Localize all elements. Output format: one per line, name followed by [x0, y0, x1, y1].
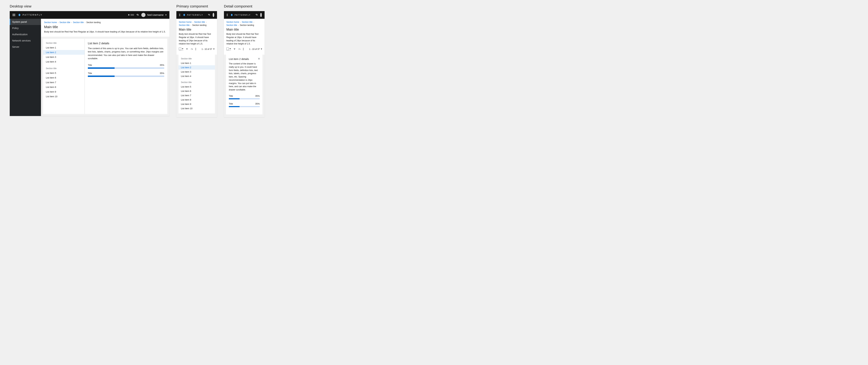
pagination[interactable]: 1 - 10 of 37: [249, 48, 262, 50]
chevron-right-icon: ›: [240, 21, 241, 23]
brand: PATTERNFLY: [18, 13, 42, 17]
kebab-menu[interactable]: [243, 48, 244, 50]
close-button[interactable]: ✕: [258, 57, 260, 60]
progress-block: Title 35%: [229, 95, 260, 99]
gear-icon: [136, 13, 139, 17]
kebab-menu[interactable]: [195, 48, 196, 50]
chevron-down-icon: [165, 14, 167, 16]
chevron-down-icon: [182, 49, 183, 49]
masthead: PATTERNFLY 000 Ned Username: [10, 11, 169, 19]
list-pane: Section title List item 1 List item 2 Li…: [43, 39, 85, 114]
chevron-right-icon: ›: [58, 22, 58, 24]
progress-label: Title: [88, 64, 92, 66]
detail-pane: List item 2 details The content of this …: [85, 39, 167, 114]
page-header: Section home› Section title› Section tit…: [224, 19, 265, 48]
detail-title: List item 2 details: [88, 42, 164, 45]
chevron-right-icon: ›: [254, 21, 254, 23]
section-heading-primary: Primary component: [176, 4, 217, 8]
breadcrumb-current: Section landing: [87, 21, 101, 24]
list-item[interactable]: List item 10: [43, 94, 85, 99]
progress-block: Title 35%: [88, 64, 164, 69]
user-menu[interactable]: Ned Username: [141, 13, 167, 17]
breadcrumb: Section home› Section title› Section tit…: [179, 21, 215, 26]
list-item[interactable]: List item 8: [43, 85, 85, 89]
avatar-icon[interactable]: [260, 13, 262, 17]
sidenav-item-policy[interactable]: Policy: [10, 25, 41, 31]
list-item[interactable]: List item 4: [179, 74, 215, 78]
list-item[interactable]: List item 5: [179, 85, 215, 89]
list-item[interactable]: List item 6: [43, 75, 85, 80]
hamburger-icon[interactable]: [12, 14, 15, 16]
sidenav-item-server[interactable]: Server: [10, 44, 41, 50]
chevron-down-icon: [213, 49, 215, 50]
settings-button[interactable]: [136, 13, 139, 17]
sidenav-item-network-services[interactable]: Network services: [10, 37, 41, 44]
hamburger-icon[interactable]: [179, 14, 180, 16]
breadcrumb-link[interactable]: Section home: [179, 21, 191, 23]
brand-logo-icon: [230, 13, 233, 17]
breadcrumb-link[interactable]: Section title: [73, 21, 84, 24]
brand-logo-icon: [183, 13, 186, 17]
list-item[interactable]: List item 2: [43, 50, 85, 55]
list-item[interactable]: List item 8: [179, 98, 215, 102]
settings-button[interactable]: [255, 13, 258, 16]
page-title: Main title: [226, 28, 262, 31]
list-item[interactable]: List item 4: [43, 59, 85, 64]
chevron-down-icon: [261, 49, 262, 50]
sidenav-item-authentication[interactable]: Authentication: [10, 31, 41, 37]
pagination[interactable]: 1 - 10 of 37: [202, 48, 215, 50]
checkbox-icon: [179, 48, 181, 50]
list-item[interactable]: List item 10: [179, 106, 215, 111]
username: Ned Username: [147, 13, 163, 16]
breadcrumb-link[interactable]: Section title: [194, 21, 205, 23]
sidenav-item-system-panel[interactable]: System panel: [10, 19, 41, 25]
breadcrumb-link[interactable]: Section title: [242, 21, 253, 23]
list-item[interactable]: List item 9: [179, 102, 215, 106]
progress-label: Title: [229, 102, 233, 105]
progress-fill: [88, 67, 115, 69]
sort-button[interactable]: [238, 48, 241, 50]
chevron-right-icon: ›: [206, 21, 207, 23]
list-item[interactable]: List item 7: [179, 93, 215, 98]
list-item[interactable]: List item 1: [179, 61, 215, 65]
chevron-right-icon: ›: [191, 24, 191, 26]
bell-icon: [128, 14, 130, 16]
list-item[interactable]: List item 3: [179, 70, 215, 74]
brand-text: PATTERNFLY: [235, 14, 251, 16]
sort-button[interactable]: [191, 48, 193, 50]
list-item[interactable]: List item 5: [43, 71, 85, 75]
list-item[interactable]: List item 3: [43, 55, 85, 59]
breadcrumb-link[interactable]: Section home: [226, 21, 239, 23]
detail-text: The content of the drawer is really up t…: [229, 62, 260, 92]
settings-button[interactable]: [208, 13, 210, 16]
page-body: Body text should be Red Hat Text Regular…: [226, 32, 262, 45]
list-item[interactable]: List item 6: [179, 89, 215, 93]
breadcrumb-link[interactable]: Section home: [44, 21, 57, 24]
list-item[interactable]: List item 7: [43, 80, 85, 85]
notifications-button[interactable]: 000: [128, 14, 134, 16]
progress-label: Title: [88, 72, 92, 74]
sidenav: System panel Policy Authentication Netwo…: [10, 19, 41, 116]
bulk-select[interactable]: [179, 48, 183, 51]
bulk-select[interactable]: [226, 48, 231, 51]
breadcrumb-link[interactable]: Section title: [179, 24, 190, 26]
progress-fill: [88, 75, 115, 77]
list-item[interactable]: List item 2: [179, 65, 215, 70]
avatar-icon[interactable]: [213, 13, 214, 17]
checkbox-icon: [226, 48, 229, 50]
breadcrumb-link[interactable]: Section title: [226, 24, 237, 26]
chevron-right-icon: ›: [71, 22, 72, 24]
progress-value: 35%: [160, 72, 164, 74]
gear-icon: [208, 13, 210, 16]
filter-button[interactable]: [186, 48, 188, 50]
brand-logo-icon: [18, 13, 21, 17]
page-body: Body text should be Red Hat Text Regular…: [179, 32, 215, 45]
list-section-title: Section title: [43, 66, 85, 71]
filter-button[interactable]: [233, 48, 236, 50]
breadcrumb: Section home› Section title› Section tit…: [226, 21, 262, 26]
hamburger-icon[interactable]: [227, 14, 228, 16]
breadcrumb-link[interactable]: Section title: [60, 21, 70, 24]
list-item[interactable]: List item 9: [43, 89, 85, 94]
list-item[interactable]: List item 1: [43, 45, 85, 50]
chevron-right-icon: ›: [238, 24, 239, 26]
